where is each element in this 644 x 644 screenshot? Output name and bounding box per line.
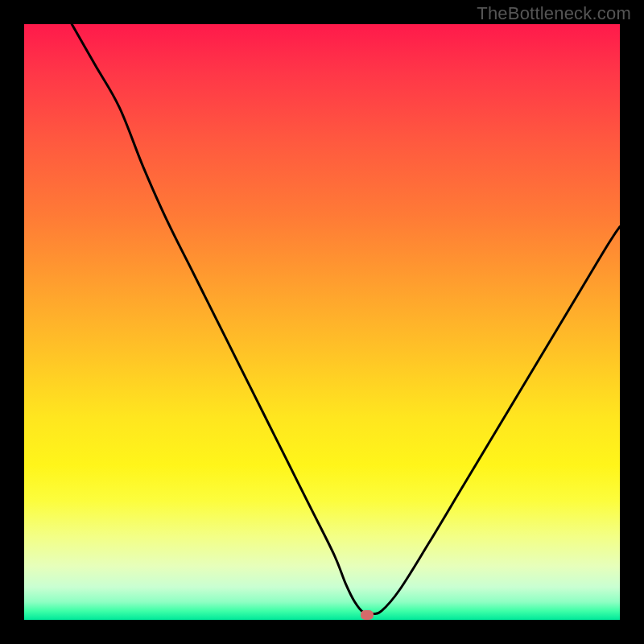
chart-frame: TheBottleneck.com — [0, 0, 644, 644]
watermark-text: TheBottleneck.com — [477, 3, 631, 24]
curve-svg — [24, 24, 620, 620]
bottleneck-curve — [72, 24, 620, 614]
plot-area — [24, 24, 620, 620]
optimum-marker — [361, 610, 374, 620]
